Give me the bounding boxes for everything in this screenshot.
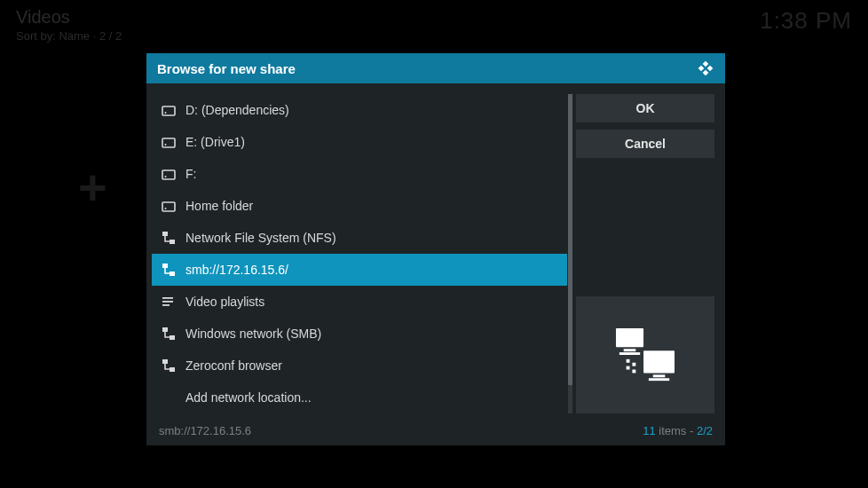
list-item[interactable]: smb://172.16.15.6/ <box>152 254 567 286</box>
network-icon <box>161 262 177 278</box>
svg-rect-4 <box>653 374 666 377</box>
browse-dialog: Browse for new share D: (Dependencies)E:… <box>146 53 725 445</box>
network-icon <box>161 326 177 342</box>
list-item-label: Network File System (NFS) <box>185 231 336 245</box>
scrollbar-thumb[interactable] <box>568 94 572 385</box>
drive-icon <box>161 102 177 118</box>
list-item[interactable]: Add network location... <box>152 382 567 413</box>
list-item[interactable]: E: (Drive1) <box>152 126 567 158</box>
svg-rect-3 <box>643 350 675 373</box>
sort-line: Sort by: Name · 2 / 2 <box>16 29 122 43</box>
network-icon <box>161 230 177 246</box>
svg-rect-7 <box>632 363 635 366</box>
dialog-title: Browse for new share <box>157 61 296 76</box>
page-title: Videos <box>16 7 122 28</box>
list-item[interactable]: Network File System (NFS) <box>152 222 567 254</box>
source-list[interactable]: D: (Dependencies)E: (Drive1)F:Home folde… <box>152 94 567 413</box>
list-item-label: Windows network (SMB) <box>185 327 321 341</box>
playlist-icon <box>161 294 177 310</box>
list-item[interactable]: F: <box>152 158 567 190</box>
drive-icon <box>161 198 177 214</box>
list-item-label: F: <box>185 167 196 181</box>
ok-button[interactable]: OK <box>576 94 714 122</box>
add-source-icon <box>78 158 107 216</box>
list-item-label: Zeroconf browser <box>185 358 282 373</box>
svg-rect-2 <box>619 352 640 355</box>
svg-rect-1 <box>624 349 636 351</box>
list-item-label: Video playlists <box>185 295 264 309</box>
drive-icon <box>161 134 177 150</box>
kodi-logo-icon <box>697 59 714 77</box>
list-item-label: Add network location... <box>185 390 312 405</box>
svg-rect-5 <box>649 378 669 381</box>
list-item[interactable]: Zeroconf browser <box>152 350 567 382</box>
footer-count: 11 items - 2/2 <box>643 424 713 437</box>
dialog-header: Browse for new share <box>146 53 725 83</box>
svg-rect-8 <box>627 366 630 370</box>
list-item-label: Home folder <box>185 199 253 213</box>
list-item-label: E: (Drive1) <box>185 135 245 149</box>
list-item[interactable]: Video playlists <box>152 286 567 318</box>
network-icon <box>161 358 177 374</box>
list-item-label: D: (Dependencies) <box>185 103 289 117</box>
list-item[interactable]: Windows network (SMB) <box>152 318 567 350</box>
footer-path: smb://172.16.15.6 <box>159 424 251 437</box>
network-computers-icon <box>611 325 680 385</box>
list-item-label: smb://172.16.15.6/ <box>185 263 288 277</box>
drive-icon <box>161 166 177 182</box>
scrollbar[interactable] <box>568 94 572 413</box>
preview-thumbnail <box>576 296 714 413</box>
clock: 1:38 PM <box>760 7 852 35</box>
blank-icon <box>161 390 177 405</box>
cancel-button[interactable]: Cancel <box>576 130 714 158</box>
svg-rect-0 <box>616 328 643 347</box>
list-item[interactable]: Home folder <box>152 190 567 222</box>
list-item[interactable]: D: (Dependencies) <box>152 94 567 126</box>
svg-rect-9 <box>632 370 635 374</box>
svg-rect-6 <box>627 359 630 363</box>
